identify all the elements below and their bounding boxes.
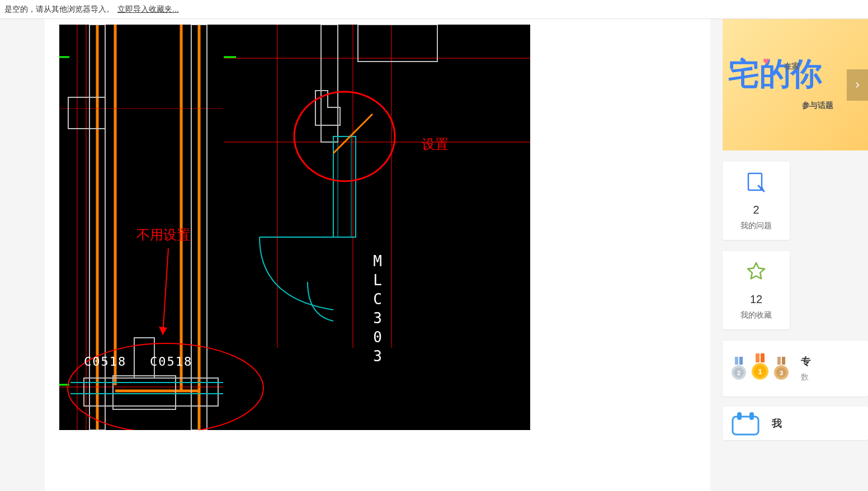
svg-rect-57 xyxy=(749,412,754,420)
medal-bronze-icon: 3 xyxy=(773,357,790,380)
questions-count: 2 xyxy=(753,204,759,216)
svg-rect-40 xyxy=(735,357,738,365)
promo-banner[interactable]: ♥ 宅的你 在家 参与话题 xyxy=(723,19,868,150)
import-bookmarks-link[interactable]: 立即导入收藏夹... xyxy=(117,4,179,15)
my-favorites-card[interactable]: 12 我的收藏 xyxy=(723,251,790,329)
svg-rect-46 xyxy=(761,353,765,362)
svg-marker-37 xyxy=(159,327,167,335)
top-bar-empty-text: 是空的，请从其他浏览器导入。 xyxy=(4,4,114,15)
expert-badges-row[interactable]: 2 1 3 专 数 xyxy=(723,341,868,396)
svg-text:1: 1 xyxy=(758,367,762,376)
medal-gold-icon: 1 xyxy=(751,353,770,380)
medal-silver-icon: 2 xyxy=(730,357,747,380)
svg-text:3: 3 xyxy=(780,370,783,376)
note-edit-icon xyxy=(745,171,767,193)
badges-subtitle: 数 xyxy=(801,372,811,383)
svg-rect-41 xyxy=(739,357,743,365)
medal-icons: 2 1 3 xyxy=(730,357,790,380)
browser-top-bar: 是空的，请从其他浏览器导入。 立即导入收藏夹... xyxy=(0,0,868,19)
right-sidebar: ♥ 宅的你 在家 参与话题 2 我的问题 12 我的收藏 xyxy=(723,19,868,491)
calendar-title: 我 xyxy=(772,417,782,430)
cad-drawing xyxy=(59,25,530,430)
main-content: 设置 不用设置 C0518 C0518 MLC303 xyxy=(45,19,710,491)
promo-brand: ♥ 宅的你 在家 参与话题 xyxy=(728,58,822,89)
svg-rect-55 xyxy=(733,417,758,435)
questions-label: 我的问题 xyxy=(740,221,772,231)
svg-rect-15 xyxy=(113,376,176,409)
svg-rect-56 xyxy=(737,412,742,420)
favorites-label: 我的收藏 xyxy=(740,310,772,320)
svg-line-36 xyxy=(163,248,168,335)
favorites-count: 12 xyxy=(750,293,762,306)
svg-rect-12 xyxy=(68,97,105,129)
star-icon xyxy=(745,261,767,283)
cad-label-c0518-1: C0518 xyxy=(84,355,126,369)
calendar-row[interactable]: 我 xyxy=(723,407,868,440)
svg-text:2: 2 xyxy=(737,370,740,376)
calendar-icon xyxy=(730,411,761,436)
chevron-right-icon xyxy=(852,80,862,90)
cad-label-c0518-2: C0518 xyxy=(150,355,192,369)
cad-label-mlc: MLC303 xyxy=(369,253,386,367)
svg-rect-45 xyxy=(756,353,760,362)
svg-rect-50 xyxy=(777,357,781,365)
cad-annotated-image: 设置 不用设置 C0518 C0518 MLC303 xyxy=(59,25,530,430)
svg-point-39 xyxy=(760,187,763,191)
promo-next-arrow[interactable] xyxy=(847,69,868,101)
my-questions-card[interactable]: 2 我的问题 xyxy=(723,162,790,240)
svg-rect-51 xyxy=(782,357,785,365)
badges-title: 专 xyxy=(801,355,811,368)
